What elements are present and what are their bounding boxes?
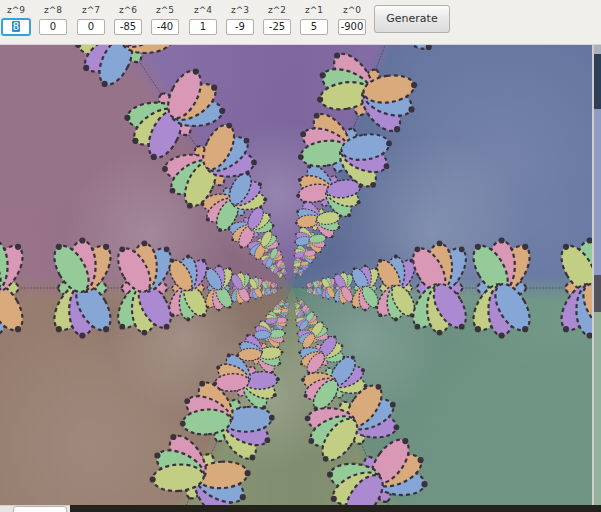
coefficient-input-z3[interactable]: -9 <box>226 19 254 35</box>
coefficient-field: z^0 -900 <box>338 4 366 35</box>
coefficient-input-z6[interactable]: -85 <box>114 19 142 35</box>
coefficient-input-z5[interactable]: -40 <box>151 19 179 35</box>
fractal-chains-decoration <box>0 45 592 505</box>
selected-text: 8 <box>12 21 20 32</box>
coefficient-field: z^8 0 <box>39 4 67 35</box>
coefficient-label: z^5 <box>151 4 179 17</box>
coefficient-label: z^4 <box>189 4 217 17</box>
coefficient-field: z^5 -40 <box>151 4 179 35</box>
coefficient-label: z^1 <box>300 4 328 17</box>
coefficient-label: z^3 <box>226 4 254 17</box>
coefficient-label: z^0 <box>338 4 366 17</box>
coefficient-input-z7[interactable]: 0 <box>77 19 105 35</box>
coefficient-input-z0[interactable]: -900 <box>338 19 366 35</box>
coefficient-input-z4[interactable]: 1 <box>189 19 217 35</box>
toolbar: z^9 8 z^8 0 z^7 0 z^6 -85 z^5 -40 z^4 1 … <box>0 0 601 45</box>
coefficient-label: z^7 <box>77 4 105 17</box>
coefficient-input-z1[interactable]: 5 <box>300 19 328 35</box>
fractal-canvas[interactable] <box>0 45 592 505</box>
generate-button[interactable]: Generate <box>374 5 450 33</box>
coefficient-field: z^1 5 <box>300 4 328 35</box>
coefficient-label: z^6 <box>114 4 142 17</box>
right-edge-strip <box>592 45 601 505</box>
app-window: z^9 8 z^8 0 z^7 0 z^6 -85 z^5 -40 z^4 1 … <box>0 0 601 512</box>
coefficient-field: z^7 0 <box>77 4 105 35</box>
coefficient-input-z9[interactable]: 8 <box>2 19 30 35</box>
coefficient-input-z8[interactable]: 0 <box>39 19 67 35</box>
coefficient-field: z^9 8 <box>2 4 30 35</box>
coefficient-field: z^3 -9 <box>226 4 254 35</box>
coefficient-input-z2[interactable]: -25 <box>263 19 291 35</box>
coefficient-field: z^6 -85 <box>114 4 142 35</box>
bottom-dark-bar <box>70 505 601 512</box>
coefficient-label: z^8 <box>39 4 67 17</box>
coefficient-field: z^2 -25 <box>263 4 291 35</box>
coefficient-field: z^4 1 <box>189 4 217 35</box>
horizontal-scrollbar-thumb[interactable] <box>13 506 67 512</box>
coefficient-label: z^9 <box>2 4 30 17</box>
coefficient-label: z^2 <box>263 4 291 17</box>
